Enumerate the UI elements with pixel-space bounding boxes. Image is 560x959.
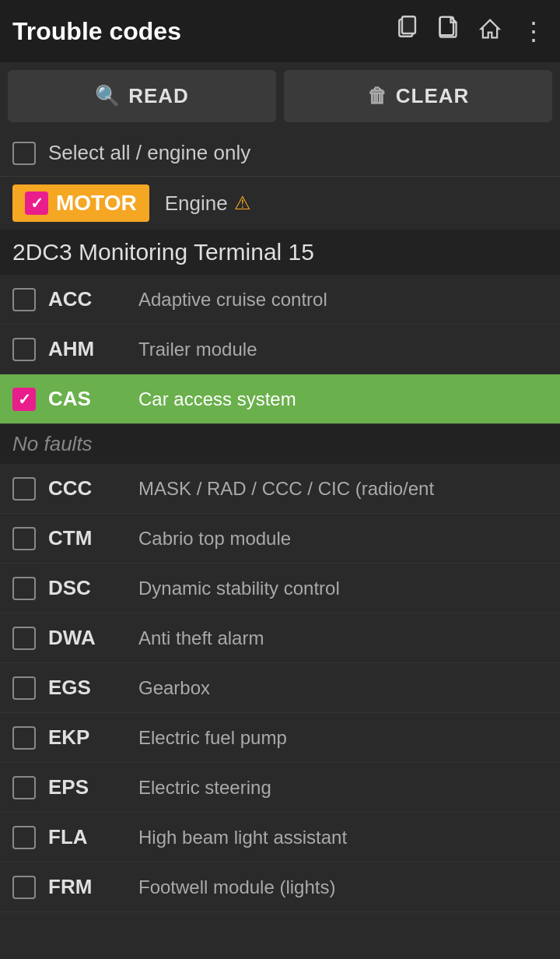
select-all-row[interactable]: Select all / engine only	[0, 130, 560, 177]
acc-checkbox[interactable]	[12, 288, 36, 311]
fla-checkbox[interactable]	[12, 826, 36, 849]
item-desc-dsc: Dynamic stability control	[138, 578, 548, 599]
item-code-eps: EPS	[48, 775, 126, 799]
read-button[interactable]: 🔍 READ	[8, 70, 276, 122]
item-desc-ccc: MASK / RAD / CCC / CIC (radio/ent	[138, 478, 548, 500]
item-desc-ekp: Electric fuel pump	[138, 727, 548, 749]
item-desc-ctm: Cabrio top module	[138, 528, 548, 550]
section-heading: 2DC3 Monitoring Terminal 15	[0, 230, 560, 275]
eps-checkbox[interactable]	[12, 776, 36, 799]
item-desc-eps: Electric steering	[138, 777, 548, 799]
item-code-egs: EGS	[48, 676, 126, 700]
list-item[interactable]: EGS Gearbox	[0, 663, 560, 713]
list-item[interactable]: CTM Cabrio top module	[0, 514, 560, 564]
egs-checkbox[interactable]	[12, 676, 36, 700]
svg-rect-1	[402, 16, 415, 33]
list-item[interactable]: EKP Electric fuel pump	[0, 713, 560, 763]
header-icons: ⋮	[395, 16, 548, 47]
list-item[interactable]: FRM Footwell module (lights)	[0, 862, 560, 912]
copy-icon[interactable]	[395, 16, 418, 47]
clear-label: CLEAR	[396, 84, 470, 108]
header: Trouble codes ⋮	[0, 0, 560, 62]
ekp-checkbox[interactable]	[12, 726, 36, 750]
motor-row[interactable]: MOTOR Engine ⚠	[0, 177, 560, 230]
motor-badge: MOTOR	[12, 184, 149, 222]
cas-checkbox[interactable]	[12, 388, 36, 411]
item-code-ccc: CCC	[48, 476, 126, 501]
select-all-label: Select all / engine only	[48, 141, 250, 165]
dsc-checkbox[interactable]	[12, 577, 36, 600]
item-desc-ahm: Trailer module	[138, 339, 548, 360]
ccc-checkbox[interactable]	[12, 477, 36, 501]
no-faults-label: No faults	[0, 424, 560, 464]
read-label: READ	[128, 84, 189, 108]
document-icon[interactable]	[437, 16, 459, 47]
page-title: Trouble codes	[12, 17, 395, 46]
engine-label: Engine ⚠	[165, 191, 251, 216]
list-item[interactable]: ACC Adaptive cruise control	[0, 275, 560, 325]
select-all-checkbox[interactable]	[12, 142, 36, 165]
item-code-ctm: CTM	[48, 526, 126, 550]
dwa-checkbox[interactable]	[12, 627, 36, 650]
item-code-fla: FLA	[48, 825, 126, 849]
item-desc-acc: Adaptive cruise control	[138, 289, 548, 311]
engine-text: Engine	[165, 191, 228, 216]
item-desc-fla: High beam light assistant	[138, 827, 548, 848]
list-item[interactable]: FLA High beam light assistant	[0, 813, 560, 862]
frm-checkbox[interactable]	[12, 876, 36, 899]
item-desc-egs: Gearbox	[138, 677, 548, 699]
item-code-dsc: DSC	[48, 576, 126, 600]
list-item[interactable]: DSC Dynamic stability control	[0, 564, 560, 613]
toolbar: 🔍 READ 🗑 CLEAR	[0, 62, 560, 130]
item-desc-frm: Footwell module (lights)	[138, 876, 548, 898]
list-item[interactable]: AHM Trailer module	[0, 325, 560, 374]
list-item[interactable]: EPS Electric steering	[0, 763, 560, 813]
item-code-dwa: DWA	[48, 626, 126, 650]
item-code-ahm: AHM	[48, 337, 126, 361]
warning-icon: ⚠	[234, 192, 251, 214]
item-desc-dwa: Anti theft alarm	[138, 627, 548, 649]
motor-checkbox[interactable]	[25, 191, 48, 215]
item-code-cas: CAS	[48, 387, 126, 411]
home-icon[interactable]	[478, 16, 502, 47]
motor-label: MOTOR	[56, 191, 137, 216]
more-icon[interactable]: ⋮	[521, 16, 548, 46]
ctm-checkbox[interactable]	[12, 527, 36, 550]
item-code-frm: FRM	[48, 875, 126, 899]
item-code-ekp: EKP	[48, 725, 126, 750]
list-item[interactable]: CCC MASK / RAD / CCC / CIC (radio/ent	[0, 464, 560, 514]
ahm-checkbox[interactable]	[12, 338, 36, 361]
item-desc-cas: Car access system	[138, 388, 548, 410]
list-item-cas[interactable]: CAS Car access system	[0, 374, 560, 424]
trash-icon: 🗑	[367, 84, 388, 108]
list-item[interactable]: DWA Anti theft alarm	[0, 613, 560, 663]
item-code-acc: ACC	[48, 287, 126, 311]
clear-button[interactable]: 🗑 CLEAR	[284, 70, 552, 122]
search-icon: 🔍	[95, 84, 121, 108]
